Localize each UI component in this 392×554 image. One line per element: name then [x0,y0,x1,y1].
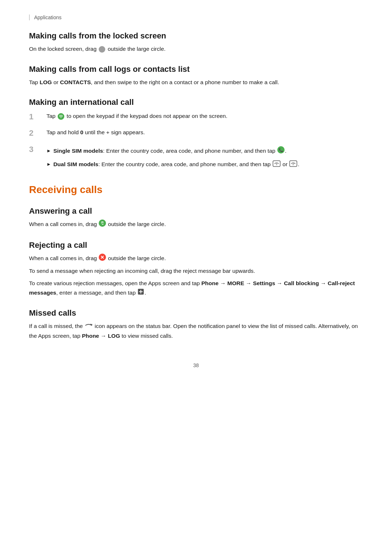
international-steps: 1 Tap to open the keypad if the k [29,111,363,169]
svg-rect-1 [60,115,60,116]
step-number-3: 3 [29,144,44,155]
call-logs-body: Tap LOG or CONTACTS, and then swipe to t… [29,78,363,87]
drag-icon-gray [99,46,105,53]
step-2: 2 Tap and hold 0 until the + sign appear… [29,128,363,139]
rejecting-body1: When a call comes in, drag outside the l… [29,254,363,264]
page-number: 38 [29,362,363,368]
log-label: LOG [40,79,52,85]
main-section-heading: Receiving calls [29,184,363,196]
phone-green-icon-1: 📞 [277,146,285,156]
phone-red-icon [99,254,106,264]
step-3-content: ► Single SIM models: Enter the country c… [46,144,363,169]
dual-sim-text: Dual SIM models: Enter the country code,… [53,160,299,169]
dual-sim-bullet: ► Dual SIM models: Enter the country cod… [46,160,363,169]
svg-rect-3 [62,115,62,116]
rejecting-body3: To create various rejection messages, op… [29,279,363,297]
section-heading-missed: Missed calls [29,308,363,318]
log-label-2: LOG [108,333,120,339]
answering-body: When a call comes in, drag outside the l… [29,219,363,230]
arrow-icon-1: ► [46,147,51,155]
step-1: 1 Tap to open the keypad if the k [29,111,363,123]
plus-icon [138,288,144,298]
section-heading-locked-screen: Making calls from the locked screen [29,31,363,41]
svg-rect-5 [61,116,61,117]
rejecting-body2: To send a message when rejecting an inco… [29,266,363,276]
phone-sim1-icon: 1 [273,160,281,170]
step-3: 3 ► Single SIM models: Enter the country… [29,144,363,169]
step-1-content: Tap to open the keypad if the keypad doe… [46,111,363,121]
more-label: MORE [227,280,244,286]
keypad-icon [58,113,64,120]
single-sim-bullet: ► Single SIM models: Enter the country c… [46,146,363,156]
arrow-icon-2: ► [46,160,51,168]
svg-rect-7 [61,117,61,118]
svg-text:📞: 📞 [279,148,283,152]
contacts-label: CONTACTS [60,79,91,85]
phone-label-2: Phone [82,333,99,339]
phone-sim2-icon: 2 [289,160,297,170]
phone-label: Phone [201,280,219,286]
call-blocking-label: Call blocking [284,280,319,286]
section-heading-international: Making an international call [29,98,363,107]
svg-rect-2 [61,115,61,116]
svg-rect-4 [60,116,60,117]
locked-screen-body: On the locked screen, drag outside the l… [29,44,363,54]
section-heading-rejecting: Rejecting a call [29,241,363,250]
svg-point-14 [99,219,106,227]
breadcrumb: Applications [29,15,363,20]
phone-green-icon-2 [99,219,106,230]
step-number-1: 1 [29,111,44,123]
settings-label: Settings [253,280,275,286]
missed-body: If a call is missed, the icon appears on… [29,321,363,340]
missed-call-icon [85,322,93,331]
step-2-content: Tap and hold 0 until the + sign appears. [46,128,363,137]
or-label: or [282,161,287,167]
single-sim-text: Single SIM models: Enter the country cod… [53,146,286,156]
section-heading-call-logs: Making calls from call logs or contacts … [29,65,363,74]
svg-rect-18 [139,291,143,292]
step-number-2: 2 [29,128,44,139]
svg-rect-6 [62,116,62,117]
section-heading-answering: Answering a call [29,206,363,216]
